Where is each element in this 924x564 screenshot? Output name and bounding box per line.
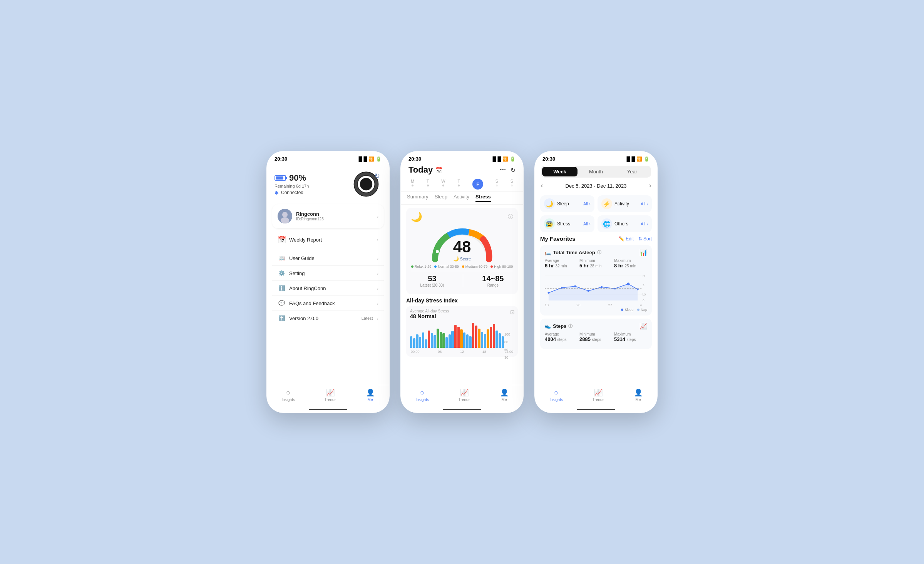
tab-sleep[interactable]: Sleep: [435, 194, 447, 202]
tab-summary[interactable]: Summary: [407, 194, 429, 202]
wifi-icon: 🛜: [368, 156, 374, 162]
svg-point-14: [601, 286, 603, 288]
sleep-card-title-row: 🛏️ Total Time Asleep ⓘ 📊: [545, 249, 647, 256]
phone2-header: Today 📅 〜 ↻: [401, 163, 523, 177]
sleep-legend-dot: [621, 309, 623, 311]
tab-week[interactable]: Week: [542, 167, 578, 176]
legend-dot-relax: [411, 265, 413, 268]
sleep-chart-type-icon[interactable]: 📊: [639, 249, 647, 256]
menu-item-setting[interactable]: ⚙️ Setting ›: [272, 266, 384, 281]
y-labels: 100 80 60 30: [504, 332, 510, 359]
stress-bar: [431, 333, 433, 348]
home-indicator-3: [577, 409, 615, 410]
nav-insights-3[interactable]: ○ Insights: [549, 389, 562, 402]
weekly-report-icon: 📅: [278, 235, 286, 244]
expand-icon[interactable]: ⊡: [510, 309, 515, 315]
battery-bar: [275, 175, 286, 181]
stress-bar: [449, 334, 451, 348]
day-sun[interactable]: S: [511, 179, 513, 190]
stress-bar: [454, 325, 457, 348]
sleep-chart-svg: hr 9 4.5 0: [545, 272, 647, 302]
activity-icon[interactable]: 〜: [500, 166, 506, 174]
day-thu[interactable]: T: [457, 179, 460, 190]
metric-sleep[interactable]: 🌙 Sleep All ›: [540, 195, 594, 212]
svg-point-4: [282, 212, 288, 217]
steps-max: Maximum 5314 steps: [614, 332, 647, 342]
steps-chart-type-icon[interactable]: 📈: [639, 322, 647, 330]
nav-trends-3[interactable]: 📈 Trends: [593, 388, 604, 402]
nav-me-3[interactable]: 👤 Me: [634, 388, 643, 402]
tab-stress[interactable]: Stress: [475, 194, 491, 202]
trends-icon-2: 📈: [460, 388, 469, 397]
refresh-button[interactable]: ↻: [372, 171, 382, 181]
day-tue[interactable]: T: [427, 179, 429, 190]
menu-item-user-guide[interactable]: 📖 User Guide ›: [272, 251, 384, 266]
stress-chart-box: Average All-day Stress 48 Normal ⊡ 100 8…: [406, 306, 518, 357]
stress-bar: [434, 335, 436, 348]
latest-stat: 53 Latest (20:30): [420, 274, 444, 287]
edit-button[interactable]: ✏️ Edit: [619, 236, 634, 242]
version-chevron: ›: [377, 316, 378, 321]
stress-bar: [428, 331, 430, 348]
stress-bar: [466, 334, 469, 348]
others-all-link[interactable]: All ›: [641, 222, 648, 226]
week-header: Week Month Year ‹ Dec 5, 2023 - Dec 11, …: [535, 163, 657, 195]
my-favorites-title: My Favorites: [540, 235, 576, 242]
weekly-report-label: Weekly Report: [289, 237, 322, 243]
metric-activity[interactable]: ⚡ Activity All ›: [598, 195, 652, 212]
sleep-all-link[interactable]: All ›: [583, 201, 591, 206]
sleep-metric-label: Sleep: [557, 201, 569, 206]
day-dot-mon: [412, 185, 413, 186]
insights-label-3: Insights: [549, 398, 562, 402]
profile-row[interactable]: Ringconn ID:Ringconn123 ›: [272, 204, 384, 228]
tab-month[interactable]: Month: [578, 167, 614, 176]
sleep-card-title: 🛏️ Total Time Asleep ⓘ: [545, 250, 601, 255]
metric-stress[interactable]: 😰 Stress All ›: [540, 215, 594, 232]
stress-bar: [487, 329, 489, 348]
nav-insights-2[interactable]: ○ Insights: [415, 389, 429, 402]
nav-insights-1[interactable]: ○ Insights: [281, 389, 295, 402]
sleep-card-label: Total Time Asleep: [553, 250, 595, 255]
faq-chevron: ›: [377, 300, 378, 306]
trends-icon-3: 📈: [594, 388, 603, 397]
sort-button[interactable]: ⇅ Sort: [638, 236, 652, 242]
battery-fill: [276, 176, 283, 180]
setting-chevron: ›: [377, 270, 378, 276]
day-mon[interactable]: M: [411, 179, 414, 190]
day-fri[interactable]: F: [472, 179, 483, 190]
menu-item-faq[interactable]: 💬 FAQs and Feedback ›: [272, 296, 384, 311]
metric-others[interactable]: 🌐 Others All ›: [598, 215, 652, 232]
menu-item-version[interactable]: ⬆️ Version 2.0.0 Latest ›: [272, 311, 384, 326]
me-nav-label: Me: [368, 398, 373, 402]
nav-me-1[interactable]: 👤 Me: [366, 388, 375, 402]
status-icons-3: ▐▌█ 🛜 🔋: [625, 156, 649, 162]
user-guide-chevron: ›: [377, 255, 378, 261]
day-wed[interactable]: W: [441, 179, 445, 190]
steps-stats-grid: Average 4004 steps Minimum 2885 steps Ma…: [545, 332, 647, 342]
insights-icon-3: ○: [554, 389, 558, 397]
time-3: 20:30: [542, 156, 555, 162]
tab-activity[interactable]: Activity: [454, 194, 469, 202]
menu-items-section: 📖 User Guide › ⚙️ Setting › ℹ️ About Rin…: [272, 251, 384, 326]
nav-trends-2[interactable]: 📈 Trends: [459, 388, 470, 402]
tab-year[interactable]: Year: [614, 167, 650, 176]
activity-all-link[interactable]: All ›: [641, 201, 648, 206]
me-label-2: Me: [502, 398, 507, 402]
prev-period-button[interactable]: ‹: [541, 182, 543, 189]
time-1: 20:30: [275, 156, 287, 162]
steps-min: Minimum 2885 steps: [579, 332, 613, 342]
menu-item-about[interactable]: ℹ️ About RingConn ›: [272, 281, 384, 296]
weekly-report-row[interactable]: 📅 Weekly Report ›: [272, 231, 384, 248]
next-period-button[interactable]: ›: [649, 182, 651, 189]
day-dot-sun: [511, 185, 513, 186]
avg-stress-val: 48 Normal: [410, 313, 514, 319]
stress-all-link[interactable]: All ›: [583, 222, 591, 226]
day-sat[interactable]: S: [495, 179, 498, 190]
stress-bar: [469, 336, 471, 348]
svg-point-6: [435, 250, 439, 253]
nav-trends-1[interactable]: 📈 Trends: [325, 388, 336, 402]
nav-me-2[interactable]: 👤 Me: [500, 388, 509, 402]
range-label: Range: [482, 283, 504, 287]
svg-point-5: [281, 217, 289, 223]
refresh-icon[interactable]: ↻: [511, 166, 516, 174]
